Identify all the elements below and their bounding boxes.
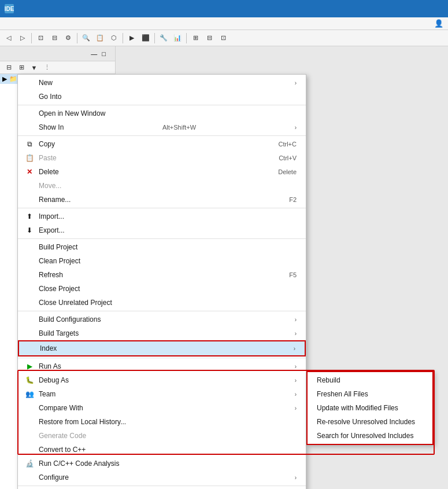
chevron-right-icon: › [295, 124, 297, 131]
ctx-item-compare-with[interactable]: Compare With› [18, 401, 306, 415]
ctx-item-label: Show In [39, 123, 64, 131]
ctx-item-icon: ⬇ [24, 226, 35, 234]
ctx-item-label: Rename... [39, 196, 71, 204]
toolbar-btn-4[interactable]: ⊟ [48, 32, 61, 45]
chevron-right-icon: › [295, 363, 297, 370]
ctx-item-label: Refresh [39, 271, 63, 279]
submenu-item-freshen-all-files[interactable]: Freshen All Files [308, 387, 432, 401]
ctx-item-icon: ✕ [24, 168, 35, 176]
ctx-item-label: Debug As [39, 376, 69, 384]
ctx-item-label: Build Targets [39, 329, 79, 337]
chevron-right-icon: › [295, 475, 297, 481]
toolbar-btn-8[interactable]: ⬡ [108, 32, 120, 45]
toolbar-sep-4 [154, 33, 155, 43]
ctx-item-copy[interactable]: ⧉CopyCtrl+C [18, 137, 306, 151]
ctx-item-shortcut: Ctrl+V [279, 155, 297, 161]
ctx-item-label: Convert to C++ [39, 446, 86, 454]
ctx-item-build-targets[interactable]: Build Targets› [18, 326, 306, 340]
title-bar: IDE [0, 0, 448, 17]
ctx-item-build-project[interactable]: Build Project [18, 240, 306, 254]
menu-source[interactable] [23, 23, 32, 25]
toolbar-btn-11[interactable]: 🔧 [157, 32, 170, 45]
ctx-item-icon: 🔬 [24, 459, 35, 468]
toolbar-sep-3 [123, 33, 123, 43]
ctx-item-open-in-new-window[interactable]: Open in New Window [18, 106, 306, 120]
menu-project[interactable] [65, 23, 74, 25]
menu-help[interactable] [96, 23, 105, 25]
toolbar-btn-15[interactable]: ⊡ [217, 32, 229, 45]
menu-search[interactable] [54, 23, 64, 25]
menu-navigate[interactable] [44, 23, 53, 25]
toolbar-btn-10[interactable]: ⬛ [139, 32, 152, 45]
ctx-item-label: Configure [39, 473, 69, 481]
panel-toolbar-expand[interactable]: ⊞ [15, 61, 28, 74]
toolbar-btn-14[interactable]: ⊟ [203, 32, 216, 45]
toolbar-btn-5[interactable]: ⚙ [62, 32, 75, 45]
ctx-item-icon: ▶ [24, 362, 35, 370]
menu-file[interactable] [2, 23, 12, 25]
ctx-item-configure[interactable]: Configure› [18, 470, 306, 484]
user-icon: 👤 [434, 19, 443, 28]
toolbar-btn-6[interactable]: 🔍 [80, 32, 92, 45]
toolbar-btn-12[interactable]: 📊 [171, 32, 184, 45]
toolbar-btn-1[interactable]: ◁ [2, 32, 15, 45]
toolbar-btn-9[interactable]: ▶ [125, 32, 138, 45]
ctx-item-run-c-c---code-analysis[interactable]: 🔬Run C/C++ Code Analysis [18, 457, 306, 470]
menu-run[interactable] [75, 23, 84, 25]
panel-toolbar-filter[interactable]: ▼ [28, 61, 40, 74]
chevron-right-icon: › [294, 345, 295, 352]
maximize-icon[interactable]: □ [101, 50, 107, 57]
submenu-item-search-for-unresolved-includes[interactable]: Search for Unresolved Includes [308, 429, 432, 443]
ctx-item-debug-as[interactable]: 🐛Debug As› [18, 373, 306, 387]
toolbar-btn-2[interactable]: ▷ [16, 32, 29, 45]
ctx-item-go-into[interactable]: Go Into [18, 90, 306, 104]
ctx-item-refresh[interactable]: RefreshF5 [18, 268, 306, 282]
ctx-separator [18, 238, 306, 239]
ctx-item-close-project[interactable]: Close Project [18, 282, 306, 296]
menu-edit[interactable] [13, 23, 22, 25]
toolbar-sep-1 [31, 33, 32, 43]
submenu-item-label: Update with Modified Files [317, 404, 398, 412]
panel-toolbar-menu[interactable]: ⋮ [40, 61, 53, 74]
ctx-item-label: Close Unrelated Project [39, 299, 112, 307]
index-submenu: RebuildFreshen All FilesUpdate with Modi… [306, 371, 434, 445]
ctx-separator [18, 358, 306, 358]
panel-header: — □ [0, 46, 115, 61]
ctx-item-shortcut: Ctrl+C [279, 141, 297, 148]
minimize-icon[interactable]: — [90, 50, 98, 57]
ctx-item-export---[interactable]: ⬇Export... [18, 223, 306, 237]
ctx-item-label: Compare With [39, 404, 83, 412]
ctx-item-build-configurations[interactable]: Build Configurations› [18, 312, 306, 326]
chevron-right-icon: › [295, 377, 297, 384]
ctx-item-icon: 👥 [24, 390, 35, 398]
chevron-right-icon: › [295, 80, 297, 86]
ctx-item-show-in[interactable]: Show InAlt+Shift+W› [18, 120, 306, 134]
chevron-right-icon: › [295, 405, 297, 411]
ctx-item-label: Restore from Local History... [39, 418, 126, 426]
ctx-item-run-as[interactable]: ▶Run As› [18, 359, 306, 373]
ctx-item-delete[interactable]: ✕DeleteDelete [18, 165, 306, 179]
toolbar-btn-7[interactable]: 📋 [94, 32, 106, 45]
ctx-item-rename---[interactable]: Rename...F2 [18, 193, 306, 207]
ctx-item-team[interactable]: 👥Team› [18, 387, 306, 401]
submenu-item-update-with-modified-files[interactable]: Update with Modified Files [308, 401, 432, 415]
ctx-item-label: Export... [39, 226, 65, 234]
menu-refactor[interactable] [34, 23, 43, 25]
ctx-item-clean-project[interactable]: Clean Project [18, 254, 306, 268]
ctx-item-close-unrelated-project[interactable]: Close Unrelated Project [18, 296, 306, 310]
chevron-right-icon: › [295, 391, 297, 398]
ctx-item-new[interactable]: New› [18, 76, 306, 90]
ctx-item-index[interactable]: Index› [18, 340, 306, 356]
ctx-item-label: Run As [39, 362, 61, 370]
ctx-item-label: New [39, 79, 53, 87]
panel-toolbar-collapse[interactable]: ⊟ [2, 61, 15, 74]
ctx-item-import---[interactable]: ⬆Import... [18, 209, 306, 223]
toolbar-btn-3[interactable]: ⊡ [34, 32, 47, 45]
submenu-item-rebuild[interactable]: Rebuild [308, 373, 432, 387]
context-menu: New›Go IntoOpen in New WindowShow InAlt+… [17, 74, 306, 489]
ctx-item-restore-from-local-history---[interactable]: Restore from Local History... [18, 415, 306, 429]
menu-window[interactable] [86, 23, 95, 25]
submenu-item-re-resolve-unresolved-includes[interactable]: Re-resolve Unresolved Includes [308, 415, 432, 429]
ctx-item-convert-to-c--[interactable]: Convert to C++ [18, 443, 306, 457]
toolbar-btn-13[interactable]: ⊞ [189, 32, 202, 45]
